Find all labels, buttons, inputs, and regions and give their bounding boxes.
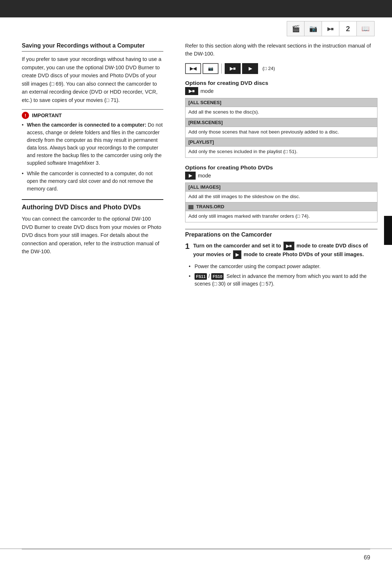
- saving-divider: [22, 51, 163, 52]
- dvd-options-heading: Options for creating DVD discs: [185, 80, 377, 86]
- table-row: Add only those scenes that have not been…: [185, 127, 377, 138]
- important-label: IMPORTANT: [32, 112, 62, 118]
- strip-icon-photo: 📷: [305, 21, 322, 36]
- step-1-num: 1: [185, 242, 189, 250]
- important-bullet-1: When the camcorder is connected to a com…: [22, 121, 163, 167]
- page-number: 69: [364, 554, 370, 561]
- footer: 69: [0, 549, 392, 566]
- fs11-badge: FS11: [195, 273, 207, 280]
- sub-bullet-power: Power the camcorder using the compact po…: [189, 263, 377, 270]
- saving-section: Saving your Recordings without a Compute…: [22, 42, 163, 104]
- dvd-mode-badge: ▶■: [185, 87, 198, 95]
- photo-mode-badge: ▶: [185, 172, 196, 180]
- table-row: [REM.SCENES]: [185, 118, 377, 127]
- movie-mode-icon: ▶◀: [185, 63, 201, 74]
- photo-mode-icon: 📷: [203, 63, 219, 74]
- opt-desc-trans-ord: Add only still images marked with transf…: [185, 211, 377, 222]
- fs10-badge: FS10: [211, 273, 224, 280]
- saving-body: If you prefer to save your recordings wi…: [22, 55, 163, 104]
- right-column: Refer to this section along with the rel…: [178, 42, 392, 549]
- table-row: TRANS.ORD: [185, 202, 377, 211]
- dvd-options-section: Options for creating DVD discs ▶■ mode […: [185, 80, 377, 158]
- table-row: Add all the still images to the slidesho…: [185, 191, 377, 202]
- photo-options-subheading: ▶ mode: [185, 172, 377, 180]
- table-row: [PLAYLIST]: [185, 138, 377, 147]
- authoring-section: Authoring DVD Discs and Photo DVDs You c…: [22, 204, 163, 255]
- black-tab: [384, 216, 392, 245]
- step-1-sub-bullets: Power the camcorder using the compact po…: [185, 263, 377, 288]
- photo-mode-label: mode: [198, 173, 211, 179]
- important-bullets: When the camcorder is connected to a com…: [22, 121, 163, 193]
- dvd-options-table: [ALL SCENES] Add all the scenes to the d…: [185, 98, 377, 158]
- photo-dvd-mode-icon: ▶: [242, 63, 258, 74]
- opt-header-rem-scenes: [REM.SCENES]: [185, 118, 377, 127]
- opt-desc-all-scenes: Add all the scenes to the disc(s).: [185, 107, 377, 118]
- mode-icons-row: ▶◀ 📷 ▶■ ▶ (□ 24): [185, 63, 377, 74]
- important-header: ! IMPORTANT: [22, 109, 163, 119]
- opt-header-all-scenes: [ALL SCENES]: [185, 98, 377, 107]
- opt-desc-all-images: Add all the still images to the slidesho…: [185, 191, 377, 202]
- mode-sep: [221, 63, 222, 74]
- authoring-body: You can connect the camcorder to the opt…: [22, 215, 163, 255]
- dvd-options-subheading: ▶■ mode: [185, 87, 377, 95]
- dvd-mode-icon: ▶■: [225, 63, 241, 74]
- strip-icon-2: 2: [339, 21, 357, 36]
- important-icon: !: [22, 112, 29, 119]
- table-row: Add only the scenes included in the play…: [185, 147, 377, 158]
- table-row: [ALL IMAGES]: [185, 182, 377, 191]
- strip-icon-movie: 🎬: [287, 21, 305, 36]
- photo-options-table: [ALL IMAGES] Add all the still images to…: [185, 182, 377, 222]
- step-1-text: Turn on the camcorder and set it to ▶■ m…: [193, 242, 377, 259]
- icon-strip: 🎬 📷 ▶■ 2 📖: [287, 21, 375, 36]
- top-bar: [0, 0, 392, 17]
- mode-page-ref: (□ 24): [262, 66, 275, 71]
- sub-bullet-fs: FS11 / FS10 Select in advance the memory…: [189, 272, 377, 288]
- big-divider: [22, 199, 163, 200]
- table-row: Add only still images marked with transf…: [185, 211, 377, 222]
- main-content: Saving your Recordings without a Compute…: [0, 42, 392, 549]
- opt-header-playlist: [PLAYLIST]: [185, 138, 377, 147]
- table-row: [ALL SCENES]: [185, 98, 377, 107]
- saving-heading: Saving your Recordings without a Compute…: [22, 42, 163, 50]
- opt-desc-rem-scenes: Add only those scenes that have not been…: [185, 127, 377, 138]
- preparations-section: Preparations on the Camcorder 1 Turn on …: [185, 229, 377, 288]
- opt-header-all-images: [ALL IMAGES]: [185, 182, 377, 191]
- photo-options-section: Options for creating Photo DVDs ▶ mode […: [185, 164, 377, 222]
- trans-icon: [188, 205, 193, 209]
- dvd-inline-icon: ▶■: [283, 242, 294, 250]
- important-section: ! IMPORTANT When the camcorder is connec…: [22, 109, 163, 193]
- right-intro: Refer to this section along with the rel…: [185, 42, 377, 58]
- authoring-heading: Authoring DVD Discs and Photo DVDs: [22, 204, 163, 211]
- dvd-mode-label: mode: [200, 88, 213, 94]
- step-1-row: 1 Turn on the camcorder and set it to ▶■…: [185, 242, 377, 259]
- photo-options-heading: Options for creating Photo DVDs: [185, 164, 377, 171]
- opt-header-trans-ord: TRANS.ORD: [185, 202, 377, 211]
- footer-divider: [22, 549, 370, 549]
- table-row: Add all the scenes to the disc(s).: [185, 107, 377, 118]
- strip-icon-dvd: ▶■: [322, 21, 339, 36]
- prep-heading: Preparations on the Camcorder: [185, 229, 377, 238]
- opt-desc-playlist: Add only the scenes included in the play…: [185, 147, 377, 158]
- left-column: Saving your Recordings without a Compute…: [0, 42, 178, 549]
- strip-icon-book: 📖: [357, 21, 374, 36]
- important-bullet-2: While the camcorder is connected to a co…: [22, 170, 163, 193]
- photo-inline-icon: ▶: [233, 250, 241, 259]
